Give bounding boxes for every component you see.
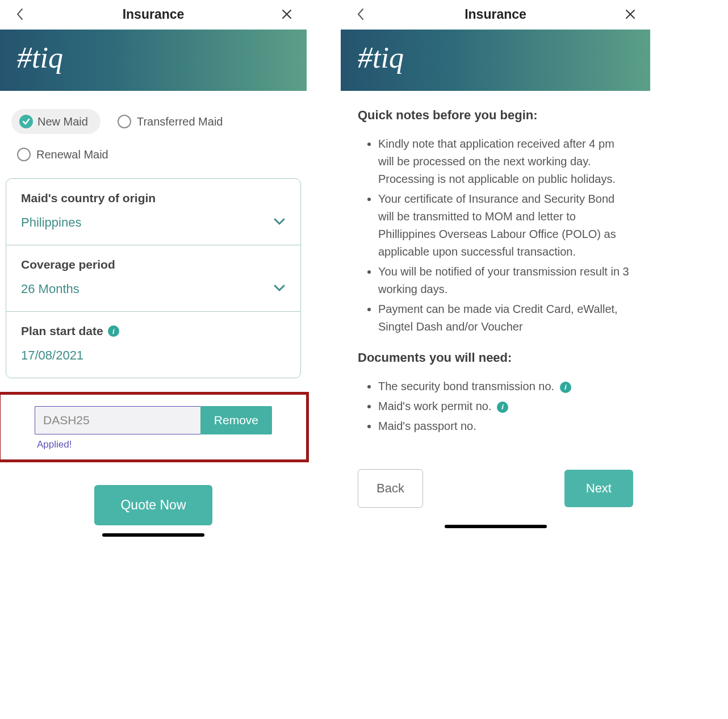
list-item: Payment can be made via Credit Card, eWa… — [378, 300, 633, 336]
field-coverage-period[interactable]: Coverage period 26 Months — [6, 245, 300, 312]
svg-text:#tiq: #tiq — [358, 41, 404, 74]
list-item: You will be notified of your transmissio… — [378, 263, 633, 298]
field-label: Coverage period — [21, 258, 286, 271]
info-icon[interactable]: i — [108, 325, 119, 337]
list-item: Kindly note that application received af… — [378, 135, 633, 188]
screen-quote: Insurance #tiq New Maid Transferred Maid… — [0, 0, 307, 719]
field-plan-start-date[interactable]: Plan start date i 17/08/2021 — [6, 312, 300, 378]
field-value: 17/08/2021 — [21, 348, 83, 363]
chevron-down-icon — [273, 218, 286, 228]
option-transferred-maid[interactable]: Transferred Maid — [118, 115, 223, 128]
field-label: Maid's country of origin — [21, 191, 286, 205]
page-title: Insurance — [465, 7, 526, 22]
list-item: Maid's passport no. — [378, 417, 633, 435]
docs-list: The security bond transmission no. i Mai… — [358, 378, 633, 435]
svg-text:#tiq: #tiq — [17, 41, 63, 74]
list-item: Your certificate of Insurance and Securi… — [378, 190, 633, 261]
field-country-of-origin[interactable]: Maid's country of origin Philippines — [6, 179, 300, 245]
option-label: New Maid — [37, 115, 88, 128]
page-title: Insurance — [123, 7, 185, 22]
home-indicator — [102, 533, 204, 537]
remove-promo-button[interactable]: Remove — [200, 406, 272, 434]
next-button[interactable]: Next — [564, 470, 633, 507]
option-new-maid[interactable]: New Maid — [11, 109, 101, 134]
list-item: The security bond transmission no. i — [378, 378, 633, 395]
brand-hero: #tiq — [0, 30, 307, 91]
top-bar: Insurance — [0, 0, 307, 30]
top-bar: Insurance — [341, 0, 650, 30]
info-icon[interactable]: i — [560, 382, 571, 393]
quote-now-button[interactable]: Quote Now — [94, 485, 212, 525]
chevron-down-icon — [273, 284, 286, 294]
screen-intro: Insurance #tiq Quick notes before you be… — [341, 0, 650, 719]
back-icon[interactable] — [11, 6, 28, 23]
docs-heading: Documents you will need: — [358, 350, 633, 365]
notes-list: Kindly note that application received af… — [358, 135, 633, 336]
close-icon[interactable] — [278, 6, 295, 23]
field-label: Plan start date i — [21, 324, 286, 338]
promo-highlight: Remove Applied! — [0, 392, 309, 462]
field-value: Philippines — [21, 215, 81, 230]
promo-applied-text: Applied! — [37, 439, 272, 450]
back-button[interactable]: Back — [358, 469, 423, 508]
home-indicator — [445, 525, 547, 528]
list-item: Maid's work permit no. i — [378, 398, 633, 415]
brand-hero: #tiq — [341, 30, 650, 91]
notes-heading: Quick notes before you begin: — [358, 108, 633, 123]
option-label: Renewal Maid — [36, 148, 108, 161]
radio-icon — [118, 115, 131, 128]
promo-code-input[interactable] — [35, 406, 200, 434]
back-icon[interactable] — [352, 6, 369, 23]
option-label: Transferred Maid — [137, 115, 223, 128]
check-icon — [19, 115, 33, 128]
radio-icon — [17, 148, 31, 161]
info-icon[interactable]: i — [497, 402, 508, 413]
option-renewal-maid[interactable]: Renewal Maid — [17, 148, 307, 161]
close-icon[interactable] — [622, 6, 639, 23]
field-value: 26 Months — [21, 282, 80, 296]
quote-form-card: Maid's country of origin Philippines Cov… — [6, 178, 301, 378]
